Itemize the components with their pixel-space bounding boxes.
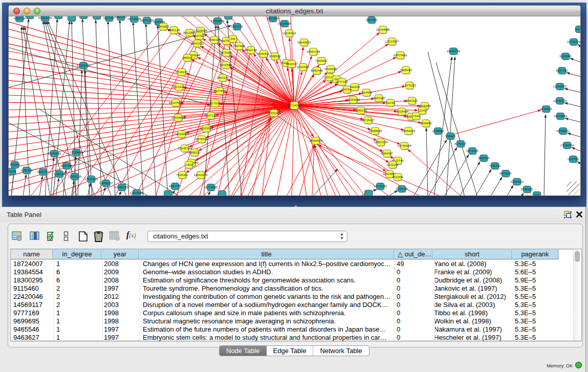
svg-text:12444154: 12444154 — [553, 99, 567, 102]
svg-text:7955812: 7955812 — [315, 59, 328, 62]
svg-text:16210643: 16210643 — [554, 115, 568, 118]
svg-text:8990448: 8990448 — [311, 69, 323, 72]
svg-text:12505135: 12505135 — [68, 175, 82, 178]
svg-text:9097588: 9097588 — [60, 164, 73, 167]
svg-text:14136141: 14136141 — [374, 185, 387, 188]
svg-text:938923: 938923 — [445, 135, 456, 138]
svg-text:9242848: 9242848 — [220, 63, 232, 67]
svg-text:1156829: 1156829 — [21, 169, 33, 172]
svg-text:9084067: 9084067 — [381, 152, 393, 155]
svg-text:6899695: 6899695 — [420, 122, 432, 125]
svg-text:9146821: 9146821 — [257, 52, 270, 55]
svg-text:10688609: 10688609 — [368, 129, 382, 133]
svg-text:62160: 62160 — [386, 101, 395, 104]
svg-text:9777169: 9777169 — [336, 80, 348, 83]
svg-text:10046766: 10046766 — [178, 147, 192, 150]
svg-text:16154808: 16154808 — [376, 28, 390, 31]
svg-text:2087652: 2087652 — [365, 18, 378, 21]
svg-text:17016504: 17016504 — [560, 144, 574, 147]
svg-text:1527602: 1527602 — [103, 16, 115, 19]
svg-text:1588520: 1588520 — [269, 55, 281, 58]
svg-text:10973493: 10973493 — [394, 54, 407, 57]
svg-text:16648784: 16648784 — [447, 50, 461, 53]
svg-text:17957225: 17957225 — [84, 178, 98, 181]
svg-text:8813054: 8813054 — [267, 17, 279, 20]
svg-text:9457771: 9457771 — [169, 185, 181, 188]
svg-text:7632621: 7632621 — [489, 164, 501, 167]
svg-text:18807249: 18807249 — [374, 141, 388, 144]
svg-text:11340: 11340 — [418, 109, 427, 112]
svg-text:19384554: 19384554 — [309, 139, 323, 142]
svg-text:1640954: 1640954 — [432, 129, 444, 133]
svg-text:16543362: 16543362 — [190, 42, 204, 45]
svg-text:3824554: 3824554 — [360, 91, 373, 94]
svg-text:435061: 435061 — [10, 163, 20, 166]
svg-text:13325419: 13325419 — [282, 32, 296, 35]
svg-text:19218506: 19218506 — [278, 22, 292, 25]
svg-text:8660124: 8660124 — [168, 29, 180, 32]
svg-text:7386372: 7386372 — [355, 109, 367, 112]
svg-text:20206536: 20206536 — [48, 152, 61, 155]
svg-text:7644: 7644 — [412, 115, 420, 118]
svg-text:2803144: 2803144 — [216, 76, 229, 79]
svg-text:9245652: 9245652 — [521, 188, 533, 191]
svg-text:16033809: 16033809 — [211, 19, 225, 23]
svg-text:2967608: 2967608 — [233, 45, 245, 48]
svg-text:11170: 11170 — [575, 28, 580, 31]
svg-text:17359924: 17359924 — [70, 151, 83, 154]
svg-text:10654112: 10654112 — [510, 180, 524, 183]
svg-text:1615152: 1615152 — [386, 163, 399, 166]
svg-text:18724007: 18724007 — [288, 104, 301, 107]
svg-text:8471626: 8471626 — [499, 172, 512, 175]
svg-text:10756928: 10756928 — [398, 144, 411, 147]
svg-text:8454749: 8454749 — [245, 49, 257, 52]
svg-text:9227342: 9227342 — [556, 69, 568, 72]
svg-text:11353594: 11353594 — [200, 127, 213, 130]
svg-text:20091406: 20091406 — [38, 16, 52, 19]
svg-text:13226058: 13226058 — [194, 29, 208, 32]
svg-text:9474444: 9474444 — [466, 149, 478, 152]
svg-text:19718485: 19718485 — [204, 186, 218, 189]
svg-text:1145194: 1145194 — [54, 172, 66, 176]
svg-text:4055724: 4055724 — [13, 17, 26, 20]
svg-text:2718170: 2718170 — [176, 71, 188, 74]
svg-text:9327503: 9327503 — [193, 34, 205, 37]
svg-text:917004: 917004 — [210, 102, 221, 105]
svg-text:1733426: 1733426 — [396, 187, 408, 190]
svg-text:12975115: 12975115 — [403, 84, 417, 87]
svg-text:98901: 98901 — [183, 56, 192, 59]
svg-text:8878532: 8878532 — [195, 138, 208, 141]
svg-text:7357224: 7357224 — [231, 25, 243, 28]
svg-text:7625402: 7625402 — [176, 173, 188, 177]
svg-text:19166829: 19166829 — [175, 133, 189, 136]
svg-text:12213967: 12213967 — [385, 40, 399, 43]
svg-text:7485063: 7485063 — [400, 69, 412, 72]
svg-text:16671355: 16671355 — [140, 19, 154, 22]
svg-text:9329966: 9329966 — [559, 55, 572, 58]
svg-text:15751074: 15751074 — [567, 40, 580, 43]
svg-text:14914479: 14914479 — [194, 173, 208, 177]
svg-text:1409: 1409 — [185, 163, 192, 166]
svg-text:9463627: 9463627 — [406, 99, 418, 102]
svg-text:16782759: 16782759 — [115, 186, 129, 189]
svg-text:21053346: 21053346 — [77, 64, 91, 67]
svg-text:8427552: 8427552 — [213, 90, 226, 93]
svg-text:10807487: 10807487 — [372, 97, 386, 100]
svg-text:3822037: 3822037 — [286, 62, 298, 65]
svg-text:15720407: 15720407 — [361, 119, 375, 122]
svg-text:6794028: 6794028 — [324, 68, 337, 71]
svg-text:7663822: 7663822 — [157, 25, 169, 28]
svg-text:6466160: 6466160 — [115, 16, 127, 18]
svg-text:4498222: 4498222 — [188, 151, 201, 154]
svg-text:12213369: 12213369 — [172, 85, 186, 89]
svg-text:1362615: 1362615 — [297, 65, 309, 69]
svg-text:8186328: 8186328 — [208, 38, 221, 41]
svg-text:6479197: 6479197 — [454, 142, 467, 145]
svg-text:924: 924 — [534, 193, 540, 195]
svg-text:2942757: 2942757 — [37, 170, 49, 173]
svg-text:39159: 39159 — [9, 170, 16, 173]
svg-text:10025438: 10025438 — [395, 110, 409, 113]
svg-text:12923445: 12923445 — [130, 191, 144, 194]
svg-text:18300295: 18300295 — [267, 112, 281, 115]
svg-text:2935114: 2935114 — [478, 157, 490, 160]
